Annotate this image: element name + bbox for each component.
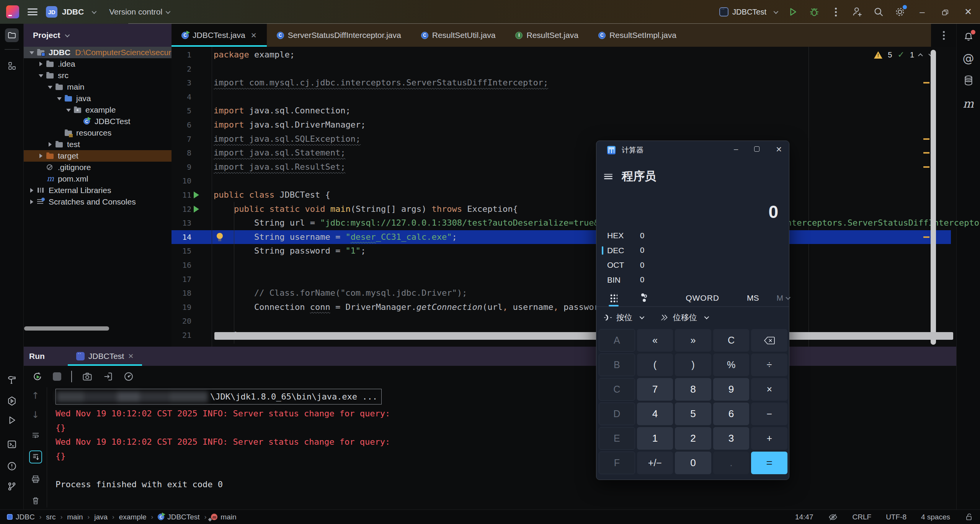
project-tool-icon[interactable] — [5, 28, 19, 42]
tree-chevron-icon[interactable] — [38, 62, 43, 66]
calc-key-8[interactable]: 8 — [675, 378, 711, 401]
file-encoding[interactable]: UTF-8 — [886, 513, 906, 521]
tree-item-target[interactable]: target — [24, 150, 172, 162]
breadcrumb-src[interactable]: src — [46, 513, 56, 521]
more-actions-menu[interactable] — [830, 6, 841, 18]
window-minimize-button[interactable]: – — [916, 7, 929, 17]
build-tool-icon[interactable] — [7, 375, 17, 385]
calc-key--[interactable]: ) — [675, 354, 711, 376]
radix-row-oct[interactable]: OCT0 — [602, 258, 717, 273]
calc-key--[interactable]: ÷ — [751, 354, 787, 376]
run-config-widget[interactable]: JDBCTest — [719, 7, 777, 16]
tab-resultsetutil-java[interactable]: CResultSetUtil.java — [411, 24, 506, 47]
line-separator[interactable]: CRLF — [853, 513, 872, 521]
calc-key-6[interactable]: 6 — [713, 403, 750, 425]
tab-serverstatusdiffinterceptor-java[interactable]: CServerStatusDiffInterceptor.java — [267, 24, 411, 47]
breadcrumb-java[interactable]: java — [94, 513, 108, 521]
calc-key--[interactable]: . — [713, 452, 750, 474]
tree-chevron-icon[interactable] — [29, 50, 34, 55]
ai-assistant-icon[interactable]: @ — [963, 52, 974, 65]
calc-key--[interactable]: % — [713, 354, 750, 376]
notifications-bell-icon[interactable] — [963, 31, 974, 42]
close-icon[interactable]: ✕ — [128, 352, 134, 360]
maven-tool-icon[interactable]: m — [963, 97, 973, 110]
run-tab[interactable]: JDBCTest ✕ — [68, 347, 142, 366]
stop-button[interactable] — [53, 372, 61, 381]
settings-gear-icon[interactable] — [894, 6, 906, 18]
calc-maximize-button[interactable] — [754, 146, 760, 152]
calc-key-9[interactable]: 9 — [713, 378, 750, 401]
calc-key-a[interactable]: A — [599, 329, 635, 352]
rerun-button[interactable] — [32, 371, 43, 382]
calc-key--[interactable]: +/− — [637, 452, 673, 474]
prev-problem-icon[interactable] — [918, 53, 923, 58]
down-stack-trace-icon[interactable]: ↓ — [31, 409, 39, 420]
code-editor[interactable]: 1package example;23import com.mysql.cj.j… — [172, 47, 956, 347]
scroll-to-end-icon[interactable] — [29, 450, 42, 463]
calc-minimize-button[interactable]: – — [734, 145, 738, 154]
tree-item-example[interactable]: example — [24, 104, 172, 116]
calc-key-d[interactable]: D — [599, 403, 635, 425]
main-menu-icon[interactable] — [28, 8, 38, 15]
debug-button[interactable] — [808, 6, 820, 18]
clear-console-icon[interactable] — [31, 496, 40, 505]
tree-item-java[interactable]: java — [24, 93, 172, 104]
calc-key-1[interactable]: 1 — [637, 427, 673, 450]
breadcrumb-jdbc[interactable]: JDBC — [7, 513, 35, 521]
structure-tool-icon[interactable] — [7, 61, 16, 70]
inspections-widget[interactable]: 5 ✓ 1 — [874, 50, 932, 60]
calc-key-7[interactable]: 7 — [637, 378, 673, 401]
calc-key-e[interactable]: E — [599, 427, 635, 450]
tree-chevron-icon[interactable] — [47, 142, 52, 147]
calculator-window[interactable]: 计算器 – ✕ 程序员 0 HEX0DEC0OCT0BIN0 QWORD MS … — [596, 141, 789, 480]
tree-item--idea[interactable]: .idea — [24, 58, 172, 70]
vcs-widget[interactable]: Version control — [109, 7, 169, 16]
breadcrumb-main[interactable]: mmain — [211, 513, 236, 521]
calc-key-4[interactable]: 4 — [637, 403, 673, 425]
database-tool-icon[interactable] — [964, 75, 973, 86]
project-widget[interactable]: JD JDBC — [46, 6, 95, 18]
problems-tool-icon[interactable] — [7, 461, 17, 471]
profiler-button[interactable] — [123, 371, 134, 382]
calc-key--[interactable]: ( — [637, 354, 673, 376]
tree-item-jdbc[interactable]: JDBCD:\ComputerScience\securit — [24, 47, 172, 58]
tree-chevron-icon[interactable] — [47, 85, 52, 89]
tree-item-resources[interactable]: resources — [24, 127, 172, 139]
calc-key-0[interactable]: 0 — [675, 452, 711, 474]
full-keypad-icon[interactable] — [609, 293, 617, 303]
tree-chevron-icon[interactable] — [38, 73, 43, 78]
caret-position[interactable]: 14:47 — [795, 513, 813, 521]
tab-resultsetimpl-java[interactable]: CResultSetImpl.java — [588, 24, 686, 47]
screenshot-button[interactable] — [82, 371, 93, 382]
editor-vscrollbar[interactable] — [931, 50, 936, 345]
indent-setting[interactable]: 4 spaces — [921, 513, 950, 521]
calc-key-backspace[interactable] — [751, 329, 787, 352]
calc-key-2[interactable]: 2 — [675, 427, 711, 450]
breadcrumb-jdbctest[interactable]: CJDBCTest — [158, 513, 199, 521]
soft-wrap-icon[interactable] — [31, 431, 40, 440]
run-line-icon[interactable] — [194, 192, 199, 198]
up-stack-trace-icon[interactable]: ↑ — [31, 390, 39, 401]
memory-menu-button[interactable]: M — [776, 293, 789, 303]
window-close-button[interactable]: ✕ — [962, 7, 975, 17]
services-tool-icon[interactable] — [7, 396, 17, 406]
console-command-line[interactable]: \JDK\jdk1.8.0_65\bin\java.exe ... — [56, 389, 390, 406]
highlighting-level-icon[interactable] — [828, 512, 838, 522]
calc-key-c[interactable]: C — [713, 329, 750, 352]
calc-key-b[interactable]: B — [599, 354, 635, 376]
tree-item--gitignore[interactable]: .gitignore — [24, 162, 172, 173]
calc-key-f[interactable]: F — [599, 452, 635, 474]
tree-item-scratches-and-consoles[interactable]: Scratches and Consoles — [24, 196, 172, 208]
window-restore-button[interactable] — [939, 7, 952, 16]
tree-chevron-icon[interactable] — [29, 200, 34, 204]
close-icon[interactable]: ✕ — [251, 31, 257, 40]
bitwise-dropdown[interactable]: 按位 — [603, 312, 643, 323]
radix-row-hex[interactable]: HEX0 — [602, 228, 717, 243]
radix-row-dec[interactable]: DEC0 — [602, 243, 717, 258]
calc-key-c[interactable]: C — [599, 378, 635, 401]
tab-jdbctest-java[interactable]: CJDBCTest.java✕ — [172, 24, 267, 47]
bitshift-dropdown[interactable]: 位移位 — [660, 312, 708, 323]
print-icon[interactable] — [31, 475, 40, 484]
calc-key-5[interactable]: 5 — [675, 403, 711, 425]
word-size-button[interactable]: QWORD — [686, 293, 719, 303]
